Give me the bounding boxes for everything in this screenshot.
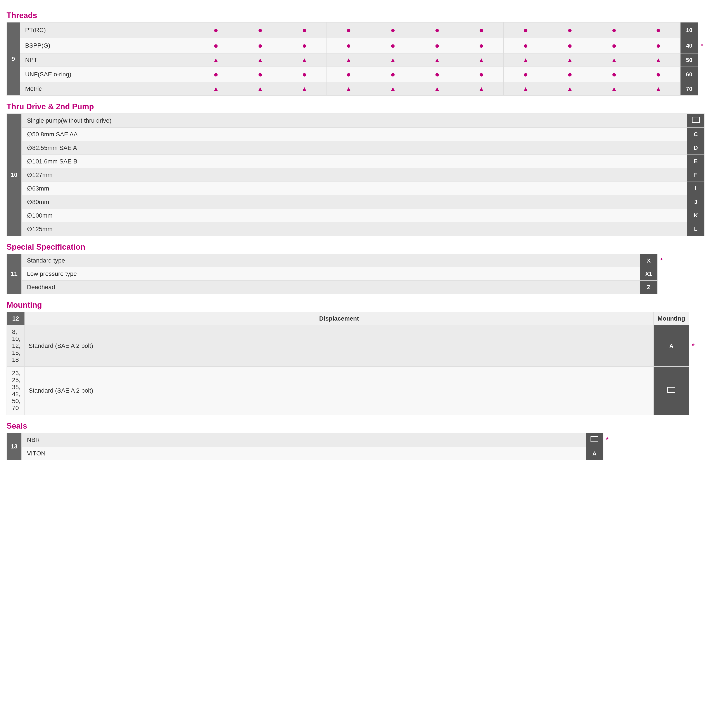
thru-drive-code-d: D (687, 141, 705, 155)
thru-drive-label-l: ∅125mm (21, 222, 687, 236)
triangle-icon: ▲ (434, 57, 440, 64)
dot-cell: ● (238, 38, 282, 54)
special-row-num: 11 (7, 254, 21, 294)
table-row: 8, 10, 12, 15, 18 Standard (SAE A 2 bolt… (7, 325, 716, 367)
mounting-type-2: Standard (SAE A 2 bolt) (25, 367, 653, 415)
dot-icon: ● (656, 70, 661, 79)
dot-icon: ● (479, 26, 484, 35)
dot-icon: ● (479, 41, 484, 50)
asterisk-cell: * (603, 433, 715, 447)
table-row: ∅127mm F (7, 168, 716, 182)
dot-cell: ● (327, 67, 371, 82)
dot-cell: ● (282, 67, 327, 82)
asterisk-cell: * (698, 38, 716, 54)
asterisk-cell (705, 114, 716, 128)
mounting-code-square (654, 367, 689, 415)
mounting-type-1: Standard (SAE A 2 bolt) (25, 325, 653, 367)
triangle-icon: ▲ (390, 85, 396, 92)
dot-icon: ● (391, 41, 395, 50)
thru-drive-code-j: J (687, 195, 705, 209)
threads-code-40: 40 (681, 38, 698, 54)
triangle-icon: ▲ (301, 57, 308, 64)
dot-cell: ▲ (282, 54, 327, 67)
mounting-header-row: 12 Displacement Mounting (7, 312, 716, 325)
dot-cell: ▲ (415, 82, 459, 96)
table-row: 11 Standard type X * (7, 254, 716, 267)
dot-icon: ● (567, 26, 572, 35)
seals-label-viton: VITON (21, 447, 586, 460)
dot-icon: ● (214, 26, 218, 35)
dot-cell: ● (371, 38, 415, 54)
mounting-displacement-1: 8, 10, 12, 15, 18 (7, 325, 25, 367)
dot-cell: ▲ (282, 82, 327, 96)
asterisk-cell (705, 155, 716, 168)
triangle-icon: ▲ (567, 85, 573, 92)
dot-cell: ▲ (327, 54, 371, 67)
table-row: NPT ▲ ▲ ▲ ▲ ▲ ▲ ▲ ▲ ▲ ▲ ▲ 50 (7, 54, 716, 67)
table-row: 23, 25, 38, 42, 50, 70 Standard (SAE A 2… (7, 367, 716, 415)
asterisk-cell (658, 281, 715, 294)
thru-drive-code-f: F (687, 168, 705, 182)
mounting-displacement-2: 23, 25, 38, 42, 50, 70 (7, 367, 25, 415)
dot-cell: ● (238, 67, 282, 82)
dot-cell: ▲ (548, 54, 592, 67)
special-table: 11 Standard type X * Low pressure type X… (6, 254, 716, 294)
threads-code-10: 10 (681, 23, 698, 38)
square-icon (667, 387, 675, 393)
triangle-icon: ▲ (346, 57, 352, 64)
seals-title: Seals (6, 421, 716, 431)
dot-cell: ▲ (238, 54, 282, 67)
dot-icon: ● (391, 70, 395, 79)
special-label-lowpressure: Low pressure type (21, 267, 640, 281)
threads-row-num: 9 (7, 23, 20, 96)
dot-cell: ● (282, 38, 327, 54)
dot-cell: ▲ (592, 54, 636, 67)
table-row: BSPP(G) ● ● ● ● ● ● ● ● ● ● ● 40 * (7, 38, 716, 54)
asterisk-cell (698, 82, 716, 96)
thru-drive-table: 10 Single pump(without thru drive) ∅50.8… (6, 113, 716, 236)
dot-cell: ▲ (636, 54, 681, 67)
dot-cell: ▲ (592, 82, 636, 96)
dot-cell: ● (415, 38, 459, 54)
dot-icon: ● (612, 70, 616, 79)
thru-drive-code-c: C (687, 128, 705, 141)
special-code-x: X (640, 254, 658, 267)
dot-cell: ● (636, 23, 681, 38)
dot-cell: ● (371, 67, 415, 82)
dot-icon: ● (258, 41, 262, 50)
dot-cell: ● (636, 38, 681, 54)
triangle-icon: ▲ (655, 85, 662, 92)
table-row: ∅82.55mm SAE A D (7, 141, 716, 155)
threads-label-bspp: BSPP(G) (20, 38, 194, 54)
dot-icon: ● (346, 26, 351, 35)
dot-icon: ● (523, 41, 528, 50)
table-row: ∅101.6mm SAE B E (7, 155, 716, 168)
mounting-col-mounting: Mounting (654, 312, 689, 325)
table-row: ∅50.8mm SAE AA C (7, 128, 716, 141)
triangle-icon: ▲ (213, 57, 219, 64)
dot-cell: ● (548, 23, 592, 38)
seals-code-square (586, 433, 603, 447)
asterisk-cell: * (658, 254, 715, 267)
dot-cell: ● (415, 23, 459, 38)
dot-cell: ● (548, 67, 592, 82)
thru-drive-label-i: ∅63mm (21, 182, 687, 195)
triangle-icon: ▲ (611, 85, 617, 92)
mounting-header-code (689, 312, 707, 325)
special-label-standard: Standard type (21, 254, 640, 267)
dot-cell: ▲ (194, 82, 238, 96)
dot-icon: ● (346, 41, 351, 50)
thru-drive-label-k: ∅100mm (21, 209, 687, 222)
triangle-icon: ▲ (257, 85, 263, 92)
dot-cell: ▲ (548, 82, 592, 96)
mounting-table: 12 Displacement Mounting 8, 10, 12, 15, … (6, 312, 716, 415)
dot-cell: ● (592, 38, 636, 54)
threads-section: Threads 9 PT(RC) ● ● ● ● ● ● ● ● ● ● ● 1… (6, 11, 716, 96)
mounting-col-displacement: Displacement (25, 312, 653, 325)
dot-cell: ● (415, 67, 459, 82)
asterisk-cell (689, 367, 707, 415)
asterisk-cell (705, 128, 716, 141)
asterisk-icon: * (605, 436, 609, 444)
seals-code-a: A (586, 447, 603, 460)
thru-drive-row-num: 10 (7, 114, 21, 236)
